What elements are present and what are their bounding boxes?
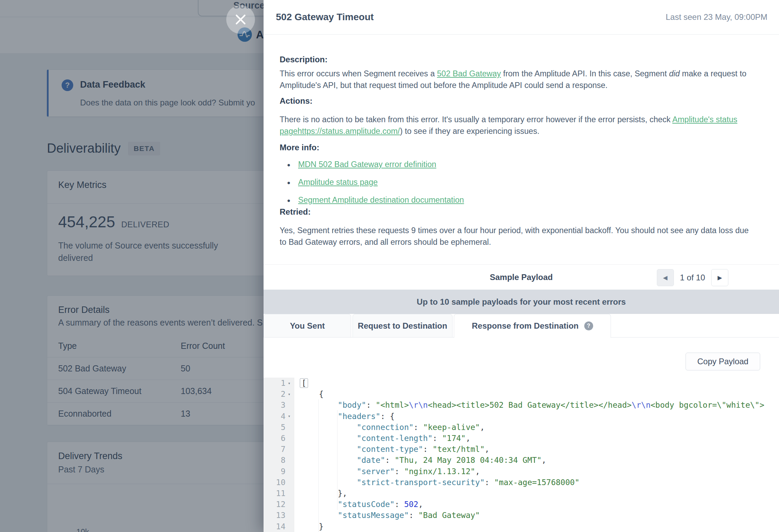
tab-label: You Sent [290,321,325,331]
code-line: 9 "server": "nginx/1.13.12", [264,466,779,477]
panel-header: 502 Gateway Timeout Last seen 23 May, 09… [264,0,779,35]
description-paragraph: This error occurs when Segment receives … [280,68,749,91]
actions-text: There is no action to be taken from this… [280,115,672,124]
close-icon [226,5,255,34]
sample-payload-banner: Up to 10 sample payloads for your most r… [264,290,779,314]
tab-label: Response from Destination [472,321,578,331]
list-item: Segment Amplitude destination documentat… [287,195,464,210]
line-number: 14 [264,521,294,532]
payload-tabs: You SentRequest to DestinationResponse f… [264,314,779,338]
more-info-link[interactable]: Amplitude status page [298,178,378,187]
line-number: 4▾ [264,411,294,422]
next-payload-button[interactable]: ▶ [711,269,728,286]
sample-payload-header: Sample Payload ◀ 1 of 10 ▶ [264,264,779,290]
pagination-label: 1 of 10 [680,273,705,282]
line-number: 11 [264,488,294,499]
more-info-link[interactable]: Segment Amplitude destination documentat… [298,195,464,204]
more-info-list: MDN 502 Bad Gateway error definitionAmpl… [287,160,464,213]
actions-text: ) to see if they are experiencing issues… [400,127,539,136]
fold-toggle-icon[interactable]: ▾ [286,392,292,397]
actions-paragraph: There is no action to be taken from this… [280,114,749,137]
retried-heading: Retried: [280,207,311,217]
code-line: 5 "connection": "keep-alive", [264,422,779,433]
payload-code-editor[interactable]: 1▾[2▾ {3 "body": "<html>\r\n<head><title… [264,378,779,532]
prev-payload-button[interactable]: ◀ [657,269,674,286]
line-number: 5 [264,422,294,433]
fold-toggle-icon[interactable]: ▾ [286,381,292,386]
retried-paragraph: Yes, Segment retries these requests 9 ti… [280,225,749,248]
code-line: 10 "strict-transport-security": "max-age… [264,477,779,488]
tab-label: Request to Destination [358,321,447,331]
last-seen-timestamp: Last seen 23 May, 09:00PM [666,12,767,22]
line-number: 3 [264,400,294,410]
more-info-link[interactable]: MDN 502 Bad Gateway error definition [298,160,436,169]
code-line: 13 "statusMessage": "Bad Gateway" [264,510,779,521]
fold-toggle-icon[interactable]: ▾ [286,414,292,419]
code-line: 11 }, [264,488,779,499]
list-item: Amplitude status page [287,178,464,192]
tab-response-from-destination[interactable]: Response from Destination? [454,314,611,338]
bad-gateway-link[interactable]: 502 Bad Gateway [437,69,501,78]
right-arrow-icon: ▶ [717,274,722,281]
copy-payload-button[interactable]: Copy Payload [686,353,760,370]
code-line: 6 "content-length": "174", [264,433,779,444]
code-line: 2▾ { [264,389,779,400]
list-item: MDN 502 Bad Gateway error definition [287,160,464,174]
line-number: 1▾ [264,378,294,389]
tab-you-sent[interactable]: You Sent [264,314,351,338]
error-detail-panel: 502 Gateway Timeout Last seen 23 May, 09… [264,0,779,532]
description-text: from the Amplitude API. In this case, Se… [501,69,669,78]
code-line: 4▾ "headers": { [264,411,779,422]
line-number: 8 [264,455,294,466]
code-line: 7 "content-type": "text/html", [264,444,779,455]
line-number: 7 [264,444,294,455]
code-line: 8 "date": "Thu, 24 May 2018 04:40:34 GMT… [264,455,779,466]
line-number: 13 [264,510,294,521]
code-line: 14 } [264,521,779,532]
line-number: 6 [264,433,294,444]
tab-request-to-destination[interactable]: Request to Destination [353,314,452,338]
more-info-heading: More info: [280,143,319,152]
description-text: This error occurs when Segment receives … [280,69,437,78]
help-icon[interactable]: ? [584,321,593,330]
code-line: 1▾[ [264,378,779,389]
left-arrow-icon: ◀ [663,274,667,281]
code-line: 3 "body": "<html>\r\n<head><title>502 Ba… [264,400,779,410]
line-number: 12 [264,499,294,510]
panel-title: 502 Gateway Timeout [276,12,374,23]
line-number: 10 [264,477,294,488]
description-emphasis: did [669,69,680,78]
line-number: 9 [264,466,294,477]
code-line: 12 "statusCode": 502, [264,499,779,510]
description-heading: Description: [280,55,328,64]
close-panel-button[interactable] [226,5,255,34]
actions-heading: Actions: [280,96,312,106]
line-number: 2▾ [264,389,294,400]
